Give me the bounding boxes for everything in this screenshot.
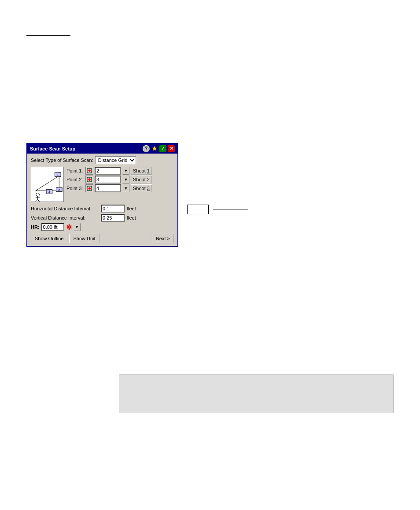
hr-label: HR: [31,224,40,230]
point-3-input[interactable] [95,184,121,192]
vertical-unit: lfeet [127,215,136,220]
point-3-icon[interactable] [85,184,93,192]
diagram-box: 1 2 3 [31,167,64,202]
triangle-diagram: 1 2 3 [31,167,63,202]
star-icon[interactable]: ★ [151,145,158,152]
text-line-2 [26,53,394,61]
text-line-6 [26,87,394,95]
doc-paragraph-3 [26,260,394,277]
point-1-input[interactable] [95,167,121,175]
next-button[interactable]: Next > [152,234,174,243]
point-1-label: Point 1: [66,168,84,173]
horizontal-interval-row: Horizontal Distance Interval: lfeet [31,205,174,213]
point-2-icon[interactable] [85,176,93,183]
horizontal-unit: lfeet [127,206,136,211]
svg-text:1: 1 [57,172,59,176]
hr-input[interactable] [41,223,64,231]
dialog-titlebar-icons: ? ★ ✓ ✕ [143,145,175,152]
note-line-3 [126,398,386,407]
vertical-interval-row: Vertical Distance Interval: lfeet [31,214,174,222]
point-1-icon[interactable] [85,167,93,175]
doc-paragraph-2 [26,113,394,129]
dialog-title-left: Surface Scan Setup [30,146,75,151]
dialog-title-text: Surface Scan Setup [30,146,75,151]
annotation-box [187,205,209,214]
mid-divider [26,108,70,108]
point-3-row: Point 3: ▼ Shoot 3 [66,184,174,192]
dialog-section: Surface Scan Setup ? ★ ✓ ✕ Select Type o… [26,143,394,247]
horizontal-interval-label: Horizontal Distance Interval: [31,206,99,211]
dialog-body: Select Type of Surface Scan: Distance Gr… [27,154,177,246]
top-divider [26,35,70,36]
surface-scan-type-dropdown[interactable]: Distance Grid Point Grid Radial Grid [95,156,136,164]
svg-line-0 [36,176,59,191]
note-line-1 [126,381,386,389]
text-line-5 [26,78,394,87]
show-outline-button[interactable]: Show Outline [31,234,67,243]
point-2-dropdown[interactable]: ▼ [122,176,129,183]
annotation-spacer [187,205,248,214]
text-line-4 [26,70,394,78]
points-area: Point 1: ▼ Shoot 1 Point 2: [66,167,174,202]
svg-text:3: 3 [48,190,50,194]
show-unit-button[interactable]: Show Unit [69,234,99,243]
annotation-line-1 [187,205,248,214]
dialog-titlebar: Surface Scan Setup ? ★ ✓ ✕ [27,144,177,154]
right-annotation [187,169,248,214]
text-line-11 [26,268,394,277]
point-1-row: Point 1: ▼ Shoot 1 [66,167,174,175]
svg-line-13 [38,200,40,202]
svg-text:2: 2 [58,187,60,191]
main-area: 1 2 3 [31,167,174,202]
point-2-label: Point 2: [66,177,84,182]
surface-scan-dialog: Surface Scan Setup ? ★ ✓ ✕ Select Type o… [26,143,178,247]
hr-dropdown[interactable]: ▼ [74,223,81,231]
vertical-interval-label: Vertical Distance Interval: [31,215,99,220]
point-1-dropdown[interactable]: ▼ [122,167,129,175]
text-line-10 [26,260,394,268]
text-line-9 [26,121,394,130]
text-line-3 [26,61,394,70]
help-icon[interactable]: ? [143,145,150,152]
point-3-dropdown[interactable]: ▼ [122,184,129,192]
note-box [119,374,394,413]
shoot-3-button[interactable]: Shoot 3 [131,184,152,192]
horizontal-interval-input[interactable] [101,205,125,213]
point-3-label: Point 3: [66,186,84,191]
bottom-buttons: Show Outline Show Unit Next > [31,234,174,243]
point-2-input[interactable] [95,176,121,183]
shoot-1-button[interactable]: Shoot 1 [131,167,152,175]
vertical-interval-input[interactable] [101,214,125,222]
text-line-8 [26,113,394,121]
check-icon[interactable]: ✓ [159,145,166,152]
note-line-2 [126,390,386,398]
svg-line-12 [36,200,38,202]
hr-asterisk: ✲ [66,223,72,231]
text-line-7 [26,95,394,103]
page-content: Surface Scan Setup ? ★ ✓ ✕ Select Type o… [0,0,420,294]
svg-point-9 [36,193,40,196]
close-icon[interactable]: ✕ [168,145,175,152]
text-line-1 [26,44,394,53]
doc-paragraph-1 [26,44,394,103]
hr-row: HR: ✲ ▼ [31,223,174,231]
select-type-row: Select Type of Surface Scan: Distance Gr… [31,156,174,164]
shoot-2-button[interactable]: Shoot 2 [131,176,152,183]
select-type-label: Select Type of Surface Scan: [31,158,93,163]
point-2-row: Point 2: ▼ Shoot 2 [66,176,174,183]
annotation-connector [213,209,248,209]
